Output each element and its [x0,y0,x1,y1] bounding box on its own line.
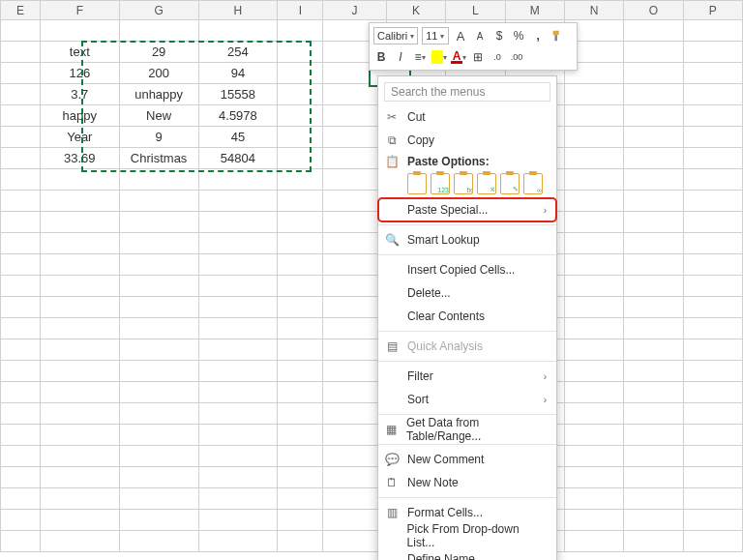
clipboard-icon: 📋 [384,154,400,169]
menu-cut[interactable]: ✂ Cut [378,105,556,129]
cell[interactable]: 33.69 [40,148,119,169]
cell[interactable]: 3.7 [40,84,119,105]
decrease-font-button[interactable]: A [472,28,488,44]
italic-button[interactable]: I [393,49,408,65]
col-header[interactable]: L [446,1,505,20]
menu-get-data[interactable]: ▦ Get Data from Table/Range... [378,418,556,441]
col-header[interactable]: K [386,1,445,20]
copy-icon: ⧉ [384,133,400,148]
col-header[interactable]: J [323,1,386,20]
cell[interactable]: 15558 [198,84,278,105]
chevron-right-icon: › [544,395,547,405]
scissors-icon: ✂ [384,109,400,125]
menu-new-comment[interactable]: 💬 New Comment [378,448,556,471]
menu-filter[interactable]: Filter › [378,365,556,388]
paste-option-formatting[interactable]: ✎ [500,173,520,194]
menu-define-name[interactable]: Define Name... [378,547,556,560]
cell[interactable]: 200 [119,63,198,84]
align-button[interactable]: ≡▾ [412,49,428,65]
col-header[interactable]: P [683,1,742,20]
mini-toolbar: Calibri▾ 11▾ A A $ % , B I ≡▾ ▾ A▾ ⊞ .0 … [369,22,578,71]
chevron-right-icon: › [544,371,547,382]
menu-delete[interactable]: Delete... [378,281,556,305]
increase-font-button[interactable]: A [453,28,468,44]
cell[interactable]: 54804 [198,148,278,169]
chevron-right-icon: › [544,205,547,216]
cell[interactable]: 45 [198,127,278,148]
menu-sort[interactable]: Sort › [378,388,556,411]
menu-search-input[interactable]: Search the menus [384,82,550,102]
menu-quick-analysis: ▤ Quick Analysis [378,335,556,358]
cell[interactable]: text [40,42,119,63]
col-header[interactable]: G [119,1,198,20]
menu-smart-lookup[interactable]: 🔍 Smart Lookup [378,228,556,251]
search-icon: 🔍 [384,232,400,248]
col-header[interactable]: N [564,1,623,20]
format-painter-icon[interactable] [550,28,565,44]
menu-paste-special[interactable]: Paste Special... › [378,198,556,221]
font-name-dropdown[interactable]: Calibri▾ [373,27,418,44]
table-icon: ▦ [384,422,399,437]
increase-decimal-button[interactable]: .00 [509,49,524,65]
paste-option-link[interactable]: ∞ [523,173,543,194]
cell[interactable]: 29 [119,42,198,63]
col-header[interactable]: F [40,1,119,20]
menu-copy[interactable]: ⧉ Copy [378,129,556,152]
decrease-decimal-button[interactable]: .0 [490,49,505,65]
menu-format-cells[interactable]: ▥ Format Cells... [378,501,556,524]
comment-icon: 💬 [384,452,400,467]
borders-button[interactable]: ⊞ [470,49,486,65]
context-menu: Search the menus ✂ Cut ⧉ Copy 📋 Paste Op… [377,75,557,560]
percent-button[interactable]: % [511,28,526,44]
cell[interactable]: Year [40,127,119,148]
format-icon: ▥ [384,505,400,520]
cell[interactable]: 4.5978 [198,105,278,127]
cell[interactable]: Christmas [119,148,198,169]
col-header[interactable]: I [278,1,323,20]
note-icon: 🗒 [384,475,400,490]
col-header[interactable]: H [198,1,278,20]
menu-paste-options-label: 📋 Paste Options: [378,152,556,171]
cell[interactable]: 126 [40,63,119,84]
cell[interactable]: 94 [198,63,278,84]
comma-style-button[interactable]: , [530,28,546,44]
paste-option-formulas[interactable]: fx [454,173,473,194]
menu-clear-contents[interactable]: Clear Contents [378,305,556,328]
col-header[interactable]: M [505,1,564,20]
bold-button[interactable]: B [373,49,389,65]
paste-option-transpose[interactable]: ⤭ [477,173,496,194]
currency-button[interactable]: $ [491,28,507,44]
font-size-dropdown[interactable]: 11▾ [422,27,449,44]
paste-options-row: 123 fx ⤭ ✎ ∞ [378,171,556,198]
menu-insert-copied[interactable]: Insert Copied Cells... [378,258,556,281]
paste-option-all[interactable] [407,173,427,194]
cell[interactable]: New [119,105,198,127]
font-color-button[interactable]: A▾ [451,49,466,65]
col-header[interactable]: O [624,1,683,20]
cell[interactable]: 9 [119,127,198,148]
cell[interactable]: happy [40,105,119,127]
menu-new-note[interactable]: 🗒 New Note [378,471,556,494]
col-header[interactable]: E [1,1,41,20]
paste-option-values[interactable]: 123 [431,173,450,194]
quick-analysis-icon: ▤ [384,339,400,354]
cell[interactable]: 254 [198,42,278,63]
cell[interactable]: unhappy [119,84,198,105]
fill-color-button[interactable]: ▾ [431,49,447,65]
menu-pick-from-list[interactable]: Pick From Drop-down List... [378,524,556,547]
